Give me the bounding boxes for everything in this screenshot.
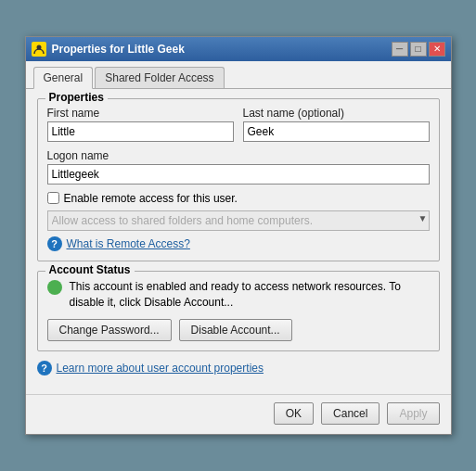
dialog-footer: OK Cancel Apply <box>26 394 451 434</box>
status-dot-icon <box>47 280 62 295</box>
dialog-title: Properties for Little Geek <box>52 43 185 56</box>
enable-remote-checkbox[interactable] <box>47 192 59 204</box>
last-name-field: Last name (optional) <box>243 107 430 142</box>
dialog-window: Properties for Little Geek ─ □ ✕ General… <box>25 36 452 436</box>
what-is-remote-link[interactable]: What is Remote Access? <box>67 237 190 250</box>
tab-general[interactable]: General <box>33 67 94 89</box>
account-status-text-row: This account is enabled and ready to acc… <box>47 279 430 311</box>
maximize-button[interactable]: □ <box>410 42 427 57</box>
last-name-input[interactable] <box>243 121 430 142</box>
footer-link-row: ? Learn more about user account properti… <box>37 361 440 376</box>
tab-bar: General Shared Folder Access <box>26 61 451 89</box>
properties-group-label: Properties <box>45 91 108 104</box>
logon-name-label: Logon name <box>47 149 430 162</box>
minimize-button[interactable]: ─ <box>392 42 408 57</box>
enable-remote-row: Enable remote access for this user. <box>47 192 430 205</box>
disable-account-button[interactable]: Disable Account... <box>179 319 292 341</box>
dialog-body: Properties First name Last name (optiona… <box>26 89 451 395</box>
first-name-input[interactable] <box>47 121 234 142</box>
name-row: First name Last name (optional) <box>47 107 430 142</box>
remote-access-select[interactable]: Allow access to shared folders and home … <box>47 210 430 231</box>
first-name-field: First name <box>47 107 234 142</box>
account-buttons-row: Change Password... Disable Account... <box>47 319 430 341</box>
last-name-label: Last name (optional) <box>243 107 430 120</box>
account-status-message: This account is enabled and ready to acc… <box>70 279 430 311</box>
dialog-icon <box>32 42 46 57</box>
account-status-group: Account Status This account is enabled a… <box>37 271 440 352</box>
properties-group: Properties First name Last name (optiona… <box>37 98 440 261</box>
enable-remote-label: Enable remote access for this user. <box>64 192 238 205</box>
logon-row: Logon name <box>47 149 430 185</box>
help-icon: ? <box>47 236 62 251</box>
account-status-label: Account Status <box>45 263 135 276</box>
apply-button[interactable]: Apply <box>387 402 439 425</box>
learn-more-link[interactable]: Learn more about user account properties <box>57 362 264 375</box>
title-bar: Properties for Little Geek ─ □ ✕ <box>26 37 451 61</box>
close-button[interactable]: ✕ <box>429 42 445 57</box>
logon-name-input[interactable] <box>47 164 430 185</box>
footer-help-icon: ? <box>37 361 52 376</box>
title-controls: ─ □ ✕ <box>392 42 445 57</box>
remote-access-dropdown-container: Allow access to shared folders and home … <box>47 210 430 231</box>
cancel-button[interactable]: Cancel <box>321 402 380 425</box>
change-password-button[interactable]: Change Password... <box>47 319 172 341</box>
first-name-label: First name <box>47 107 234 120</box>
help-link-row: ? What is Remote Access? <box>47 236 430 251</box>
logon-name-field: Logon name <box>47 149 430 185</box>
tab-shared-folder-access[interactable]: Shared Folder Access <box>95 67 224 88</box>
title-bar-left: Properties for Little Geek <box>32 42 185 57</box>
ok-button[interactable]: OK <box>274 402 314 425</box>
remote-access-dropdown-row: Allow access to shared folders and home … <box>47 210 430 231</box>
